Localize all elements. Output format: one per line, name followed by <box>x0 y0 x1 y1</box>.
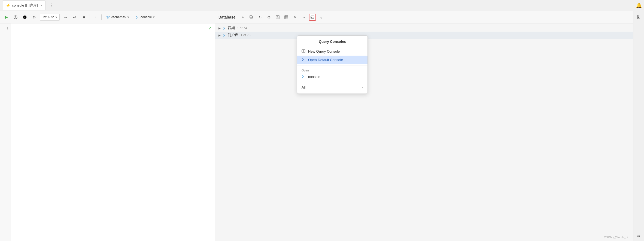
console-dropdown[interactable]: console ∨ <box>133 14 157 21</box>
db-table-button[interactable] <box>283 14 290 21</box>
tab-bar-left: ⚡ console [门户库] × ⋮ <box>2 1 56 10</box>
open-default-icon <box>302 58 306 62</box>
db-filter-button[interactable] <box>318 14 325 21</box>
schema-label: <schema> <box>111 15 126 19</box>
editor-area: 1 ✓ <box>0 23 215 241</box>
tx-label: Tx: Auto <box>42 15 54 19</box>
notification-bell-icon[interactable]: 🔔 <box>636 2 642 8</box>
svg-rect-7 <box>250 16 252 18</box>
tab-label: console [门户库] <box>12 3 38 8</box>
tree-item-siqi[interactable]: ▶ 四期 1 of 74 <box>215 25 633 32</box>
line-numbers: 1 <box>0 23 11 241</box>
console-open-item[interactable]: console <box>297 73 367 81</box>
new-query-console-label: New Query Console <box>308 49 340 53</box>
tx-dropdown[interactable]: Tx: Auto ∨ <box>40 14 60 21</box>
popup-title: Query Consoles <box>297 38 367 46</box>
new-query-console-item[interactable]: New Query Console <box>297 47 367 56</box>
tree-expand-icon-siqi: ▶ <box>218 27 222 30</box>
tree-label-menhu: 门户库 <box>228 33 238 38</box>
stop-button[interactable] <box>21 14 28 21</box>
tree-count-siqi: 1 of 74 <box>237 26 247 30</box>
all-label: All <box>302 85 305 89</box>
open-default-console-label: Open Default Console <box>308 58 343 62</box>
svg-rect-9 <box>285 16 288 19</box>
db-icon-siqi <box>223 26 227 30</box>
tab-bar: ⚡ console [门户库] × ⋮ 🔔 <box>0 0 644 11</box>
tree-label-siqi: 四期 <box>228 26 235 31</box>
right-icons-panel: 🗄 m <box>633 11 644 241</box>
stop2-button[interactable]: ■ <box>80 14 87 21</box>
tx-arrow-icon: ∨ <box>55 16 57 19</box>
schema-dropdown[interactable]: <schema> ∨ <box>104 14 131 21</box>
editor-panel: ▶ ⚙ Tx: Auto ∨ ⊸ ↩ ■ › <box>0 11 215 241</box>
db-toolbar: Database + ↻ ⚙ <box>215 11 633 23</box>
query-consoles-popup: Query Consoles New Query Console <box>297 35 368 94</box>
console-arrow-icon: ∨ <box>153 16 155 19</box>
database-panel: Database + ↻ ⚙ <box>215 11 633 241</box>
console-label: console <box>141 15 152 19</box>
tree-item-menhu[interactable]: ▶ 门户库 1 of 78 <box>215 32 633 39</box>
tree-count-menhu: 1 of 78 <box>241 33 251 37</box>
undo-button[interactable]: ↩ <box>71 14 78 21</box>
nav-button[interactable]: › <box>92 14 99 21</box>
open-default-console-item[interactable]: Open Default Console <box>297 56 367 64</box>
db-add-button[interactable]: + <box>239 14 246 21</box>
all-arrow-icon: › <box>362 85 363 89</box>
tab-more-button[interactable]: ⋮ <box>47 2 56 9</box>
all-consoles-item[interactable]: All › <box>297 83 367 91</box>
link-button[interactable]: ⊸ <box>62 14 69 21</box>
right-db-icon-button[interactable]: 🗄 <box>635 13 643 21</box>
svg-rect-2 <box>24 17 25 18</box>
svg-rect-4 <box>108 16 110 17</box>
popup-open-section: Open <box>297 67 367 73</box>
syntax-check-icon: ✓ <box>208 26 212 31</box>
db-icon-menhu <box>223 33 227 37</box>
schema-arrow-icon: ∨ <box>127 16 129 19</box>
db-settings-button[interactable]: ⚙ <box>265 14 272 21</box>
db-console-button[interactable] <box>309 14 316 21</box>
line-number-1: 1 <box>0 26 8 31</box>
console-open-label: console <box>308 75 320 79</box>
new-console-icon <box>302 49 306 54</box>
db-query-button[interactable] <box>274 14 281 21</box>
db-refresh-button[interactable]: ↻ <box>257 14 264 21</box>
watermark: CSDN @South_B <box>604 236 628 239</box>
toolbar-separator <box>90 14 90 20</box>
popup-divider <box>297 65 367 65</box>
tree-expand-icon-menhu: ▶ <box>218 34 222 37</box>
svg-rect-5 <box>107 17 108 18</box>
db-edit-button[interactable]: ✎ <box>291 14 299 21</box>
console-tab[interactable]: ⚡ console [门户库] × <box>2 1 46 10</box>
popup-divider2 <box>297 82 367 82</box>
popup-overlay: Query Consoles New Query Console <box>297 35 368 94</box>
db-arrow-button[interactable]: → <box>300 14 307 21</box>
tab-console-icon: ⚡ <box>6 3 10 8</box>
tab-bar-right: 🔔 <box>636 2 642 8</box>
m-label: m <box>636 232 641 239</box>
svg-rect-3 <box>106 16 108 17</box>
db-copy-button[interactable] <box>248 14 255 21</box>
history-button[interactable] <box>12 14 19 21</box>
tab-close-button[interactable]: × <box>41 4 42 7</box>
toolbar-separator2 <box>101 14 102 20</box>
main-content: ▶ ⚙ Tx: Auto ∨ ⊸ ↩ ■ › <box>0 11 644 241</box>
console-open-icon <box>302 74 306 79</box>
settings-button[interactable]: ⚙ <box>31 14 38 21</box>
database-title: Database <box>218 15 235 19</box>
editor-toolbar: ▶ ⚙ Tx: Auto ∨ ⊸ ↩ ■ › <box>0 11 215 23</box>
editor-content[interactable]: ✓ <box>11 23 215 241</box>
run-button[interactable]: ▶ <box>3 14 10 21</box>
db-tree: ▶ 四期 1 of 74 ▶ 门户库 1 of 78 <box>215 23 633 241</box>
